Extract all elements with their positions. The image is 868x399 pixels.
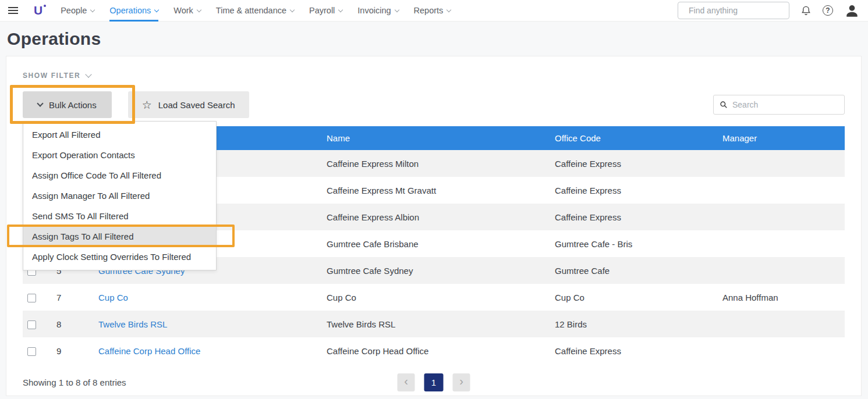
cell-name: Caffeine Corp Head Office xyxy=(327,337,555,364)
nav-work-label: Work xyxy=(173,6,193,15)
nav-payroll[interactable]: Payroll xyxy=(309,0,342,22)
pagination: ‹ 1 › xyxy=(393,373,475,391)
chevron-down-icon xyxy=(154,7,159,12)
cell-id: 7 xyxy=(56,284,98,311)
menu-item-export-all-filtered[interactable]: Export All Filtered xyxy=(23,124,216,145)
operation-link[interactable]: Twelve Birds RSL xyxy=(98,319,167,329)
entries-summary: Showing 1 to 8 of 8 entries xyxy=(23,377,126,387)
menu-item-send-sms[interactable]: Send SMS To All Filtered xyxy=(23,206,216,226)
cell-name: Caffeine Express Albion xyxy=(327,204,555,230)
operations-panel: SHOW FILTER Bulk Actions ☆ Load Saved Se… xyxy=(6,56,862,396)
header-office-code[interactable]: Office Code xyxy=(555,126,722,150)
header-name[interactable]: Name xyxy=(327,126,555,150)
logo-letter: U xyxy=(34,3,42,17)
nav-reports-label: Reports xyxy=(414,6,444,15)
cell-manager xyxy=(722,230,845,257)
cell-id: 8 xyxy=(56,311,98,337)
cell-office-code: 12 Birds xyxy=(555,311,722,337)
menu-item-apply-clock-setting-overrides[interactable]: Apply Clock Setting Overrides To Filtere… xyxy=(23,247,216,267)
app-logo[interactable]: U xyxy=(34,3,42,17)
chevron-down-icon xyxy=(394,7,399,12)
cell-manager xyxy=(722,177,845,204)
menu-item-export-operation-contacts[interactable]: Export Operation Contacts xyxy=(23,145,216,165)
nav-invoicing[interactable]: Invoicing xyxy=(357,0,398,22)
nav-people-label: People xyxy=(61,6,87,15)
star-icon: ☆ xyxy=(142,99,152,111)
menu-item-assign-manager[interactable]: Assign Manager To All Filtered xyxy=(23,186,216,206)
bulk-actions-button[interactable]: Bulk Actions xyxy=(23,91,112,118)
table-search-input[interactable] xyxy=(732,100,838,109)
global-search-input[interactable] xyxy=(689,6,794,15)
notifications-bell-icon[interactable] xyxy=(800,5,812,16)
prev-page-button[interactable]: ‹ xyxy=(398,373,415,391)
nav-operations-label: Operations xyxy=(109,6,151,15)
page-title: Operations xyxy=(7,29,868,49)
cell-office-code: Cup Co xyxy=(555,284,722,311)
help-icon[interactable]: ? xyxy=(823,5,833,16)
current-page-button[interactable]: 1 xyxy=(424,373,444,391)
nav-invoicing-label: Invoicing xyxy=(357,6,391,15)
nav-time-attendance[interactable]: Time & attendance xyxy=(216,0,294,22)
cell-manager: Anna Hoffman xyxy=(722,284,845,311)
table-row: 7 Cup Co Cup Co Cup Co Anna Hoffman xyxy=(23,284,845,311)
operation-link[interactable]: Caffeine Corp Head Office xyxy=(98,346,200,356)
table-row: 9 Caffeine Corp Head Office Caffeine Cor… xyxy=(23,337,845,364)
cell-id: 9 xyxy=(56,337,98,364)
cell-name: Caffeine Express Milton xyxy=(327,150,555,177)
logo-dot xyxy=(44,5,46,7)
cell-office-code: Gumtree Cafe xyxy=(555,257,722,284)
cell-office-code: Caffeine Express xyxy=(555,337,722,364)
chevron-down-icon xyxy=(338,7,343,12)
table-search xyxy=(713,95,845,115)
chevron-down-icon xyxy=(90,7,95,12)
row-checkbox[interactable] xyxy=(27,320,36,329)
chevron-down-icon xyxy=(197,7,201,12)
search-icon xyxy=(720,101,728,109)
cell-manager xyxy=(722,311,845,337)
menu-item-assign-office-code[interactable]: Assign Office Code To All Filtered xyxy=(23,165,216,186)
cell-manager xyxy=(722,204,845,230)
header-manager[interactable]: Manager xyxy=(722,126,845,150)
load-saved-search-button[interactable]: ☆ Load Saved Search xyxy=(128,91,249,118)
chevron-down-icon xyxy=(290,7,295,12)
show-filter-toggle[interactable]: SHOW FILTER xyxy=(23,72,845,80)
load-saved-search-label: Load Saved Search xyxy=(158,100,235,110)
row-checkbox[interactable] xyxy=(27,294,36,302)
operation-link[interactable]: Cup Co xyxy=(98,293,128,302)
cell-name: Cup Co xyxy=(327,284,555,311)
cell-office-code: Caffeine Express xyxy=(555,177,722,204)
bulk-actions-label: Bulk Actions xyxy=(49,100,97,110)
cell-manager xyxy=(722,150,845,177)
top-navbar: U People Operations Work Time & attendan… xyxy=(0,0,868,22)
global-search xyxy=(678,2,789,19)
table-footer: Showing 1 to 8 of 8 entries ‹ 1 › xyxy=(23,372,845,393)
cell-name: Caffeine Express Mt Gravatt xyxy=(327,177,555,204)
chevron-down-icon xyxy=(447,7,451,12)
table-toolbar: Bulk Actions ☆ Load Saved Search xyxy=(23,91,845,118)
cell-name: Twelve Birds RSL xyxy=(327,311,555,337)
cell-name: Gumtree Cafe Sydney xyxy=(327,257,555,284)
cell-office-code: Caffeine Express xyxy=(555,204,722,230)
cell-office-code: Gumtree Cafe - Bris xyxy=(555,230,722,257)
menu-icon[interactable] xyxy=(8,7,18,14)
cell-name: Gumtree Cafe Brisbane xyxy=(327,230,555,257)
nav-people[interactable]: People xyxy=(61,0,94,22)
row-checkbox[interactable] xyxy=(27,347,36,356)
cell-manager xyxy=(722,337,845,364)
nav-operations[interactable]: Operations xyxy=(109,0,158,22)
nav-reports[interactable]: Reports xyxy=(414,0,451,22)
menu-item-assign-tags[interactable]: Assign Tags To All Filtered xyxy=(23,226,216,247)
chevron-down-icon xyxy=(86,71,92,77)
show-filter-label: SHOW FILTER xyxy=(23,72,80,80)
chevron-down-icon xyxy=(37,100,43,106)
nav-time-attendance-label: Time & attendance xyxy=(216,6,286,15)
table-row: 8 Twelve Birds RSL Twelve Birds RSL 12 B… xyxy=(23,311,845,337)
bulk-actions-menu: Export All Filtered Export Operation Con… xyxy=(23,121,217,270)
cell-manager xyxy=(722,257,845,284)
cell-office-code: Caffeine Express xyxy=(555,150,722,177)
nav-work[interactable]: Work xyxy=(173,0,201,22)
nav-payroll-label: Payroll xyxy=(309,6,335,15)
next-page-button[interactable]: › xyxy=(453,373,470,391)
user-avatar[interactable] xyxy=(844,3,860,19)
